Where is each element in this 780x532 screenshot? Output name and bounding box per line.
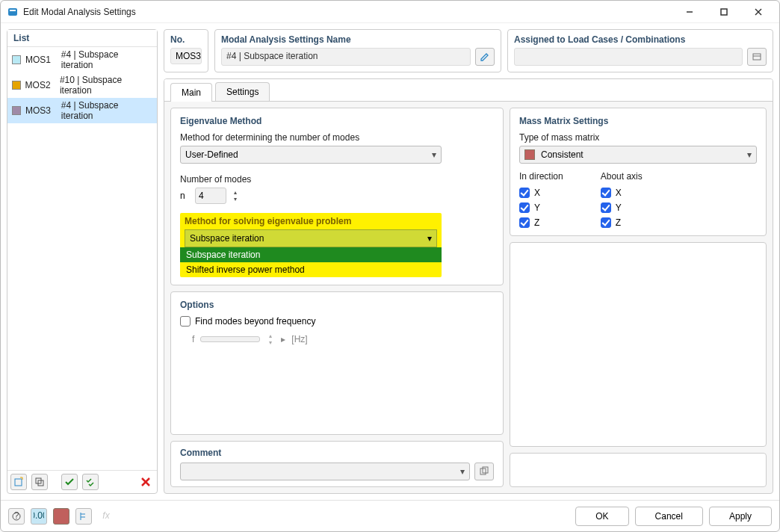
axis-z-label: Z (616, 217, 621, 228)
empty-panel-1 (510, 242, 767, 447)
dir-z-label: Z (534, 217, 539, 228)
chevron-down-icon: ▾ (432, 149, 436, 160)
num-modes-label: Number of modes (180, 174, 494, 185)
dir-z-checkbox[interactable] (519, 217, 530, 228)
num-modes-input[interactable]: 4 (195, 188, 226, 204)
mass-type-label: Type of mass matrix (519, 132, 757, 143)
check-icon[interactable] (61, 474, 78, 490)
tabs-card: Main Settings Eigenvalue Method Method f… (164, 78, 773, 494)
solve-method-block: Method for solving eigenvalue problem Su… (180, 213, 442, 277)
list-item[interactable]: MOS3 #4 | Subspace iteration (7, 98, 157, 123)
window-minimize-button[interactable] (675, 1, 705, 22)
list-item-code: MOS1 (25, 55, 57, 65)
solve-option[interactable]: Subspace iteration (180, 247, 442, 262)
name-input[interactable]: #4 | Subspace iteration (221, 48, 471, 66)
f-spinner[interactable]: ▴ ▾ (266, 332, 275, 346)
eigenvalue-group: Eigenvalue Method Method for determining… (170, 108, 504, 285)
spinner-down-icon[interactable]: ▾ (266, 339, 275, 346)
solve-method-label: Method for solving eigenvalue problem (180, 213, 442, 229)
spinner-up-icon[interactable]: ▴ (231, 189, 240, 196)
ok-button[interactable]: OK (575, 507, 628, 526)
copy-icon[interactable] (31, 474, 48, 490)
list-swatch (12, 106, 21, 115)
comment-extra-icon[interactable] (474, 463, 494, 480)
check-all-icon[interactable] (82, 474, 99, 490)
tab-main[interactable]: Main (170, 83, 212, 102)
footer: ? 0.00 fx OK Cancel Apply (1, 500, 779, 531)
dir-x-checkbox[interactable] (519, 188, 530, 198)
assigned-input[interactable] (514, 48, 743, 66)
window-close-button[interactable] (743, 1, 773, 22)
cancel-button[interactable]: Cancel (635, 507, 703, 526)
list-item-code: MOS3 (25, 105, 57, 116)
chevron-down-icon: ▾ (460, 466, 465, 477)
num-spinner[interactable]: ▴ ▾ (231, 189, 240, 202)
mass-title: Mass Matrix Settings (519, 116, 757, 126)
comment-title: Comment (180, 448, 494, 458)
solve-method-value: Subspace iteration (190, 233, 264, 244)
assigned-title: Assigned to Load Cases / Combinations (514, 34, 767, 45)
f-forward-icon: ▸ (281, 334, 285, 344)
units-icon[interactable]: 0.00 (31, 508, 47, 525)
spinner-up-icon[interactable]: ▴ (266, 332, 275, 339)
window-maximize-button[interactable] (709, 1, 739, 22)
mass-group: Mass Matrix Settings Type of mass matrix… (510, 108, 767, 236)
name-title: Modal Analysis Settings Name (221, 34, 495, 45)
find-modes-checkbox[interactable] (180, 316, 191, 327)
comment-group: Comment ▾ (170, 441, 504, 487)
list-item-label: #4 | Subspace iteration (61, 100, 152, 121)
axis-y-label: Y (616, 202, 622, 213)
list-item-code: MOS2 (25, 80, 55, 90)
chevron-down-icon: ▾ (747, 149, 752, 160)
list-item[interactable]: MOS2 #10 | Subspace iteration (7, 72, 157, 98)
method-label: Method for determining the number of mod… (180, 132, 494, 143)
help-icon[interactable]: ? (8, 508, 25, 525)
delete-icon[interactable] (137, 474, 154, 490)
tree-icon[interactable] (75, 508, 92, 525)
spinner-down-icon[interactable]: ▾ (231, 196, 240, 202)
list-item-label: #10 | Subspace iteration (60, 75, 152, 96)
mass-type-select[interactable]: Consistent ▾ (519, 146, 757, 164)
apply-button[interactable]: Apply (709, 507, 772, 526)
svg-rect-0 (8, 8, 17, 16)
axis-y-checkbox[interactable] (601, 202, 611, 213)
method-value: User-Defined (185, 149, 238, 160)
no-title: No. (170, 34, 202, 45)
list-swatch (12, 81, 21, 90)
edit-name-icon[interactable] (475, 48, 495, 66)
main-area: No. MOS3 Modal Analysis Settings Name #4… (164, 29, 773, 494)
fx-icon[interactable]: fx (98, 508, 114, 525)
method-select[interactable]: User-Defined ▾ (180, 146, 442, 164)
list-header: List (7, 30, 157, 47)
options-group: Options Find modes beyond frequency f ▴ (170, 291, 504, 435)
new-icon[interactable] (10, 474, 27, 490)
mass-type-value: Consistent (541, 149, 584, 160)
svg-rect-1 (10, 10, 16, 11)
solve-method-select[interactable]: Subspace iteration ▾ (185, 229, 437, 247)
f-input[interactable] (200, 336, 260, 342)
axis-z-checkbox[interactable] (601, 217, 611, 228)
find-modes-label: Find modes beyond frequency (195, 316, 315, 327)
no-card: No. MOS3 (164, 29, 208, 72)
f-unit: [Hz] (291, 334, 307, 344)
name-card: Modal Analysis Settings Name #4 | Subspa… (214, 29, 501, 72)
titlebar: Edit Modal Analysis Settings (1, 1, 779, 23)
svg-text:0.00: 0.00 (34, 511, 44, 521)
dir-x-label: X (534, 188, 540, 198)
options-title: Options (180, 300, 494, 310)
dir-y-checkbox[interactable] (519, 202, 530, 213)
list-item[interactable]: MOS1 #4 | Subspace iteration (7, 47, 157, 72)
assigned-card: Assigned to Load Cases / Combinations (507, 29, 773, 72)
comment-input[interactable]: ▾ (180, 463, 470, 480)
list-toolbar (7, 470, 157, 493)
axis-x-checkbox[interactable] (601, 188, 611, 198)
chevron-down-icon: ▾ (427, 233, 432, 244)
tab-settings[interactable]: Settings (215, 82, 270, 101)
color-icon[interactable] (53, 508, 69, 525)
solve-method-dropdown: Subspace iteration Shifted inverse power… (180, 247, 442, 277)
assigned-browse-icon[interactable] (747, 48, 767, 66)
dir-y-label: Y (534, 202, 540, 213)
svg-text:?: ? (14, 511, 19, 521)
list-swatch (12, 55, 21, 64)
solve-option[interactable]: Shifted inverse power method (180, 262, 442, 277)
